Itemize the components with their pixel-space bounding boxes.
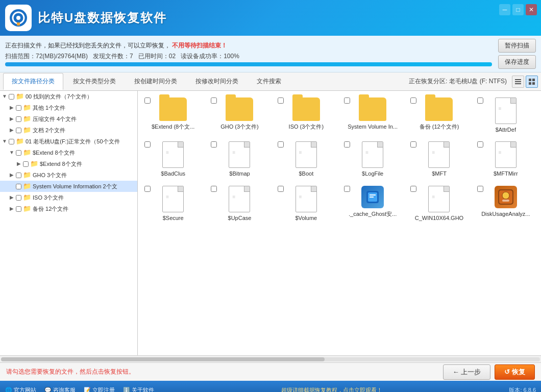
- app-logo: [5, 5, 32, 31]
- file-item-mftmirr[interactable]: $MFTMirr: [473, 137, 539, 181]
- svg-rect-6: [515, 83, 521, 84]
- svg-rect-8: [532, 79, 535, 81]
- svg-rect-14: [370, 197, 374, 198]
- file-item-secure[interactable]: $Secure: [140, 181, 206, 225]
- file-checkbox-mft[interactable]: [410, 141, 416, 148]
- tree-node-other[interactable]: ▶ 📁 其他 1个文件: [0, 102, 137, 113]
- progress-buttons: 暂停扫描 保存进度: [498, 39, 536, 69]
- tree-node-compressed[interactable]: ▶ 📁 压缩文件 4个文件: [0, 113, 137, 125]
- folder-icon: [159, 97, 187, 121]
- footer: 🌐 官方网站 💬 咨询客服 📝 立即注册 ℹ️ 关于软件 超级详细截据恢复教程，…: [0, 381, 541, 392]
- file-item-attrdef[interactable]: $AttrDef: [473, 93, 539, 137]
- file-checkbox-badclus[interactable]: [144, 141, 151, 148]
- list-view-button[interactable]: [512, 76, 524, 88]
- doc-icon: [495, 97, 517, 124]
- progress-bar: [5, 62, 492, 66]
- footer-register[interactable]: 📝 立即注册: [84, 386, 115, 393]
- tree-node-usb-drive[interactable]: ▼ 📁 01 老毛桃U盘(F:)正常文件（50个文件: [0, 136, 137, 147]
- status-tip: 请勾选您需要恢复的文件，然后点击恢复按钮。: [6, 368, 135, 376]
- tab-modify-time[interactable]: 按修改时间分类: [187, 73, 247, 90]
- tree-node-extend-sub[interactable]: ▶ 📁 $Extend 8个文件: [0, 158, 137, 169]
- file-checkbox-iso-folder[interactable]: [278, 97, 284, 104]
- maximize-button[interactable]: □: [512, 4, 524, 15]
- file-item-boot[interactable]: $Boot: [273, 137, 339, 181]
- footer-website[interactable]: 🌐 官方网站: [5, 386, 36, 393]
- progress-info: 正在扫描文件，如果已经找到您丢失的文件，可以立即恢复， 不用等待扫描结束！ 扫描…: [5, 41, 492, 66]
- footer-support[interactable]: 💬 咨询客服: [44, 386, 76, 393]
- file-checkbox-volume[interactable]: [278, 186, 284, 192]
- file-checkbox-gho-folder[interactable]: [211, 97, 217, 104]
- file-checkbox-logfile[interactable]: [344, 141, 350, 148]
- file-checkbox-bitmap[interactable]: [211, 141, 217, 148]
- svg-rect-18: [502, 200, 509, 202]
- file-checkbox-sysvolinfo[interactable]: [344, 97, 350, 104]
- tree-node-system-volume[interactable]: 📁 System Volume Information 2个文: [0, 181, 137, 192]
- app-title: 比特U盘数据恢复软件: [38, 10, 167, 26]
- file-item-gho-folder[interactable]: GHO (3个文件): [206, 93, 273, 137]
- file-item-cache-ghost[interactable]: ._cache_Ghost安...: [339, 181, 406, 225]
- file-item-backup-folder[interactable]: 备份 (12个文件): [406, 93, 472, 137]
- tree-node-docs[interactable]: ▶ 📁 文档 2个文件: [0, 125, 137, 136]
- tree-node-backup[interactable]: ▶ 📁 备份 12个文件: [0, 203, 137, 214]
- main-area: ▼ 📁 00 找到的文件（7个文件） ▶ 📁 其他 1个文件 ▶ 📁 压缩文件 …: [0, 91, 541, 355]
- file-name-gho-folder: GHO (3个文件): [220, 123, 259, 130]
- file-item-mft[interactable]: $MFT: [406, 137, 472, 181]
- footer-promo[interactable]: 超级详细截据恢复教程，点击立即观看！: [162, 386, 501, 393]
- tab-type[interactable]: 按文件类型分类: [64, 73, 125, 90]
- file-name-extend: $Extend (8个文...: [152, 123, 194, 130]
- tree-node-gho[interactable]: ▶ 📁 GHO 3个文件: [0, 169, 137, 181]
- file-name-sysvolinfo: System Volume In...: [348, 123, 398, 130]
- grid-view-button[interactable]: [526, 76, 538, 88]
- file-item-badclus[interactable]: $BadClus: [140, 137, 206, 181]
- file-checkbox-boot[interactable]: [278, 141, 284, 148]
- file-item-iso-folder[interactable]: ISO (3个文件): [273, 93, 339, 137]
- tree-node-iso[interactable]: ▶ 📁 ISO 3个文件: [0, 192, 137, 203]
- file-item-extend[interactable]: $Extend (8个文...: [140, 93, 206, 137]
- file-checkbox-backup-folder[interactable]: [410, 97, 416, 104]
- file-item-win10-gho[interactable]: C_WIN10X64.GHO: [406, 181, 472, 225]
- file-item-logfile[interactable]: $LogFile: [339, 137, 406, 181]
- file-checkbox-extend[interactable]: [144, 97, 151, 104]
- tab-create-time[interactable]: 按创建时间分类: [126, 73, 186, 90]
- file-item-sysvolinfo[interactable]: System Volume In...: [339, 93, 406, 137]
- doc-icon: [229, 186, 250, 212]
- minimize-button[interactable]: ─: [499, 4, 510, 15]
- tree-node-extend[interactable]: ▼ 📁 $Extend 8个文件: [0, 147, 137, 158]
- close-button[interactable]: ✕: [526, 4, 537, 15]
- folder-icon: [226, 97, 253, 121]
- file-name-backup-folder: 备份 (12个文件): [420, 123, 459, 130]
- file-name-boot: $Boot: [299, 170, 313, 177]
- file-item-volume[interactable]: $Volume: [273, 181, 339, 225]
- file-name-attrdef: $AttrDef: [496, 126, 516, 133]
- file-checkbox-attrdef[interactable]: [477, 97, 483, 104]
- tab-path[interactable]: 按文件路径分类: [3, 73, 63, 90]
- tab-search[interactable]: 文件搜索: [248, 73, 290, 90]
- footer-about[interactable]: ℹ️ 关于软件: [123, 386, 154, 393]
- file-item-bitmap[interactable]: $Bitmap: [206, 137, 273, 181]
- file-name-cache-ghost: ._cache_Ghost安...: [349, 210, 397, 217]
- file-item-upcase[interactable]: $UpCase: [206, 181, 273, 225]
- file-checkbox-upcase[interactable]: [211, 186, 217, 192]
- file-checkbox-cache-ghost[interactable]: [344, 186, 350, 192]
- file-name-diskusage: DiskUsageAnalyz...: [481, 210, 530, 217]
- pause-scan-button[interactable]: 暂停扫描: [498, 39, 536, 53]
- horizontal-scrollbar[interactable]: [0, 355, 541, 362]
- doc-icon: [428, 186, 450, 212]
- file-checkbox-diskusage[interactable]: [477, 186, 483, 192]
- folder-icon: [359, 97, 386, 121]
- recover-button[interactable]: ↺ 恢复: [495, 364, 535, 380]
- doc-icon: [162, 141, 184, 168]
- file-checkbox-mftmirr[interactable]: [477, 141, 483, 148]
- file-item-diskusage[interactable]: DiskUsageAnalyz...: [473, 181, 539, 225]
- prev-step-button[interactable]: ← 上一步: [443, 364, 491, 380]
- file-grid: $Extend (8个文... GHO (3个文件) ISO (3个文件): [138, 91, 541, 227]
- svg-rect-7: [529, 79, 531, 81]
- file-checkbox-secure[interactable]: [144, 186, 151, 192]
- tree-node-found-files[interactable]: ▼ 📁 00 找到的文件（7个文件）: [0, 91, 137, 102]
- file-checkbox-win10-gho[interactable]: [410, 186, 416, 192]
- save-progress-button[interactable]: 保存进度: [498, 55, 536, 69]
- file-name-badclus: $BadClus: [161, 170, 185, 177]
- window-controls: ─ □ ✕: [499, 4, 537, 15]
- progress-bar-container: [5, 62, 492, 66]
- doc-icon: [428, 141, 450, 168]
